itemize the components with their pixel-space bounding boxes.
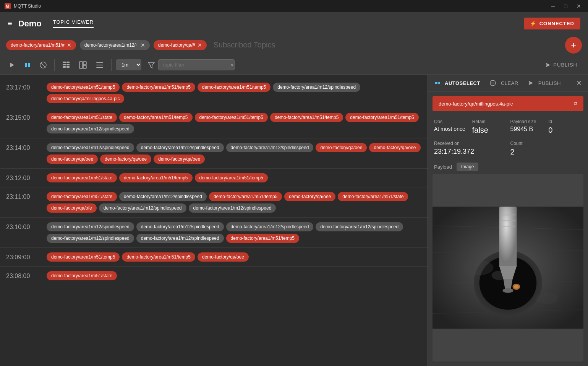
toolbar-divider-1 bbox=[54, 59, 55, 71]
filter-clear-icon[interactable]: × bbox=[230, 62, 233, 68]
panel-publish-button[interactable]: PUBLISH bbox=[538, 80, 561, 86]
svg-rect-14 bbox=[83, 62, 86, 65]
msg-tag[interactable]: demo-factory/area1/m12/spindlespeed bbox=[226, 143, 314, 152]
subscription-tag-2[interactable]: demo-factory/qa/# ✕ bbox=[154, 40, 207, 50]
meta-payload-size: Payload size 59945 B bbox=[510, 119, 544, 135]
msg-tag[interactable]: demo-factory/qa/oee bbox=[369, 143, 420, 152]
add-subscription-button[interactable]: + bbox=[565, 37, 582, 54]
clear-button[interactable]: CLEAR bbox=[501, 80, 518, 86]
msg-tag[interactable]: demo-factory/area1/m51/temp5 bbox=[345, 113, 418, 122]
topic-filter-input[interactable] bbox=[163, 62, 227, 68]
svg-rect-17 bbox=[96, 65, 103, 65]
sub-tag-label: demo-factory/qa/# bbox=[158, 42, 195, 48]
msg-tag[interactable]: demo-factory/area1/m12/spindlespeed bbox=[316, 222, 403, 231]
publish-button[interactable]: PUBLISH bbox=[540, 60, 582, 70]
msg-tag[interactable]: demo-factory/area1/m51/temp5 bbox=[270, 113, 343, 122]
list-view-icon bbox=[96, 61, 104, 69]
msg-tag[interactable]: demo-factory/area1/m12/spindlespeed bbox=[136, 234, 224, 243]
panel-topic-label: demo-factory/qa/millingpos.4a-pic bbox=[439, 101, 513, 107]
msg-tag[interactable]: demo-factory/area1/m51/temp5 bbox=[47, 252, 120, 262]
subscription-tag-0[interactable]: demo-factory/area1/m51/# ✕ bbox=[6, 40, 76, 50]
msg-tag[interactable]: demo-factory/area1/m51/temp5 bbox=[209, 192, 282, 201]
message-list[interactable]: 23:17:00 demo-factory/area1/m51/temp5 de… bbox=[0, 75, 428, 366]
msg-tag[interactable]: demo-factory/area1/m51/temp5 bbox=[47, 83, 120, 92]
msg-tag[interactable]: demo-factory/area1/m12/spindlespeed bbox=[226, 222, 314, 231]
msg-tag[interactable]: demo-factory/qa/oee bbox=[154, 155, 205, 164]
panel-publish-icon bbox=[528, 80, 534, 86]
autoselect-label[interactable]: AUTOSELECT bbox=[445, 80, 480, 86]
svg-rect-22 bbox=[438, 82, 440, 84]
play-button[interactable] bbox=[6, 60, 18, 70]
subscription-tag-1[interactable]: demo-factory/area1/m12/+ ✕ bbox=[80, 40, 150, 50]
panel-topic-bar: demo-factory/qa/millingpos.4a-pic ⧉ bbox=[432, 96, 583, 111]
image-tab[interactable]: Image bbox=[457, 163, 478, 171]
message-group-7: 23:08:00 demo-factory/area1/m51/state bbox=[0, 267, 428, 285]
msg-tag[interactable]: demo-factory/area1/m51/state bbox=[47, 113, 117, 122]
topic-viewer-tab[interactable]: TOPIC VIEWER bbox=[53, 19, 94, 28]
msg-tag[interactable]: demo-factory/area1/m12/spindlespeed bbox=[47, 222, 134, 231]
msg-tag[interactable]: demo-factory/qa/oee bbox=[100, 155, 151, 164]
stop-icon bbox=[40, 62, 47, 68]
meta-retain: Retain false bbox=[472, 119, 506, 135]
close-btn[interactable]: ✕ bbox=[574, 2, 583, 10]
msg-tag[interactable]: demo-factory/area1/m51/temp5 bbox=[195, 113, 268, 122]
msg-tag[interactable]: demo-factory/area1/m12/spindlespeed bbox=[136, 222, 224, 231]
connected-button[interactable]: ⚡ CONNECTED bbox=[524, 18, 580, 29]
svg-rect-11 bbox=[63, 66, 66, 68]
svg-rect-12 bbox=[66, 66, 70, 68]
view-grid-button[interactable] bbox=[59, 59, 73, 71]
meta-qos: Qos At most once bbox=[434, 119, 468, 135]
panel-close-button[interactable]: ✕ bbox=[576, 79, 582, 87]
app-demo-title: Demo bbox=[18, 19, 42, 29]
maximize-btn[interactable]: □ bbox=[562, 2, 570, 10]
menu-icon[interactable]: ≡ bbox=[8, 19, 12, 28]
view-list-button[interactable] bbox=[93, 59, 107, 71]
msg-tag[interactable]: demo-factory/area1/m12/spindlespeed bbox=[47, 124, 134, 133]
copy-icon[interactable]: ⧉ bbox=[574, 101, 577, 107]
filter-icon bbox=[147, 61, 155, 69]
sub-tag-close-1[interactable]: ✕ bbox=[141, 42, 145, 48]
view-split-button[interactable] bbox=[76, 59, 90, 71]
sub-tag-close-2[interactable]: ✕ bbox=[198, 42, 202, 48]
msg-tag[interactable]: demo-factory/area1/m51/temp5 bbox=[122, 83, 195, 92]
msg-tag[interactable]: demo-factory/area1/m51/temp5 bbox=[119, 173, 192, 182]
msg-tag[interactable]: demo-factory/area1/m12/spindlespeed bbox=[47, 143, 134, 152]
msg-tag[interactable]: demo-factory/qa/oee bbox=[47, 155, 98, 164]
msg-tag[interactable]: demo-factory/area1/m12/spindlespeed bbox=[99, 203, 186, 213]
msg-tag[interactable]: demo-factory/area1/m51/temp5 bbox=[198, 83, 271, 92]
minimize-btn[interactable]: ─ bbox=[549, 2, 557, 10]
svg-rect-3 bbox=[25, 63, 27, 67]
msg-tag[interactable]: demo-factory/area1/m51/temp5 bbox=[226, 234, 299, 243]
right-panel: AUTOSELECT CLEAR PUBLISH ✕ demo-factory/… bbox=[428, 75, 588, 366]
svg-rect-18 bbox=[96, 67, 103, 68]
msg-tag[interactable]: demo-factory/qa/millingpos.4a-pic bbox=[47, 94, 124, 103]
msg-tag[interactable]: demo-factory/area1/m51/state bbox=[338, 192, 408, 201]
payload-size-value: 59945 B bbox=[510, 126, 544, 133]
stop-button[interactable] bbox=[37, 59, 50, 71]
msg-tag[interactable]: demo-factory/area1/m51/temp5 bbox=[195, 173, 268, 182]
svg-rect-37 bbox=[501, 226, 516, 227]
msg-tag[interactable]: demo-factory/area1/m12/spindlespeed bbox=[119, 192, 207, 201]
msg-tag[interactable]: demo-factory/area1/m12/spindlespeed bbox=[136, 143, 224, 152]
time-range-select[interactable]: 1m 5m 15m 1h bbox=[116, 59, 141, 70]
svg-point-42 bbox=[514, 285, 518, 289]
msg-tag[interactable]: demo-factory/area1/m12/spindlespeed bbox=[189, 203, 276, 213]
msg-tag[interactable]: demo-factory/area1/m12/spindlespeed bbox=[273, 83, 360, 92]
msg-tag[interactable]: demo-factory/area1/m51/state bbox=[47, 192, 117, 201]
msg-tag[interactable]: demo-factory/area1/m51/temp5 bbox=[122, 252, 195, 262]
message-tags-6: demo-factory/area1/m51/temp5 demo-factor… bbox=[47, 252, 421, 262]
sub-tag-close-0[interactable]: ✕ bbox=[67, 42, 71, 48]
msg-tag[interactable]: demo-factory/area1/m51/state bbox=[47, 173, 117, 182]
sub-tag-label: demo-factory/area1/m51/# bbox=[11, 42, 65, 48]
msg-tag[interactable]: demo-factory/qa/ofe bbox=[47, 203, 97, 213]
message-time-3: 23:12:00 bbox=[6, 173, 40, 182]
svg-rect-16 bbox=[96, 62, 103, 63]
msg-tag[interactable]: demo-factory/qa/oee bbox=[284, 192, 335, 201]
msg-tag[interactable]: demo-factory/qa/oee bbox=[198, 252, 249, 262]
msg-tag[interactable]: demo-factory/area1/m51/state bbox=[47, 271, 117, 280]
msg-tag[interactable]: demo-factory/qa/oee bbox=[316, 143, 367, 152]
pause-button[interactable] bbox=[21, 60, 34, 70]
msg-tag[interactable]: demo-factory/area1/m51/temp5 bbox=[119, 113, 192, 122]
msg-tag[interactable]: demo-factory/area1/m12/spindlespeed bbox=[47, 234, 134, 243]
svg-point-40 bbox=[503, 288, 513, 293]
